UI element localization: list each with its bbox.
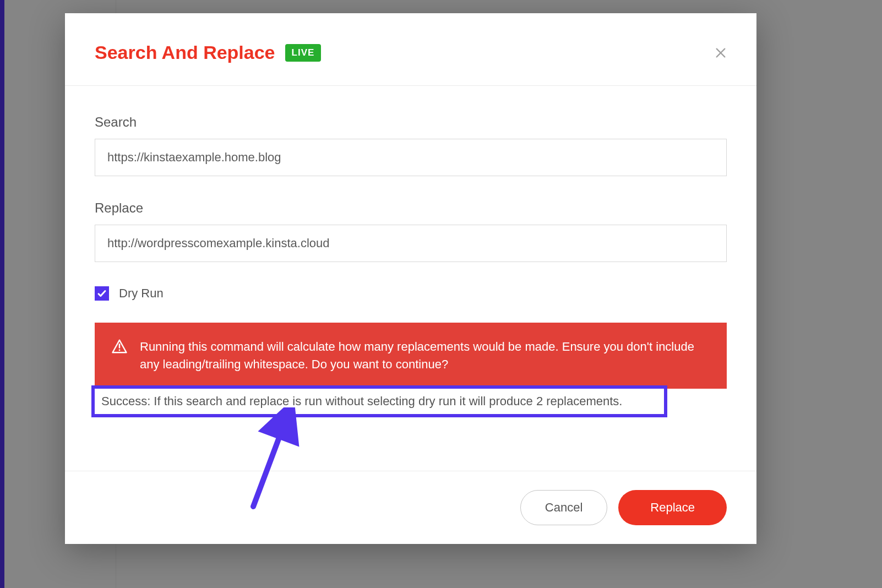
modal-title-wrap: Search And Replace LIVE xyxy=(95,42,321,63)
cancel-button[interactable]: Cancel xyxy=(520,490,607,525)
search-field-block: Search xyxy=(95,115,727,176)
modal-header: Search And Replace LIVE xyxy=(65,13,756,86)
replace-input[interactable] xyxy=(95,225,727,262)
close-icon[interactable] xyxy=(715,47,727,59)
live-badge: LIVE xyxy=(285,44,322,62)
search-input[interactable] xyxy=(95,139,727,176)
dry-run-row: Dry Run xyxy=(95,286,727,301)
search-replace-modal: Search And Replace LIVE Search Replace D… xyxy=(65,13,756,544)
replace-label: Replace xyxy=(95,200,727,216)
modal-footer: Cancel Replace xyxy=(65,471,756,544)
warning-text: Running this command will calculate how … xyxy=(140,338,710,373)
replace-button[interactable]: Replace xyxy=(618,490,727,525)
replace-field-block: Replace xyxy=(95,200,727,262)
success-message: Success: If this search and replace is r… xyxy=(91,385,667,417)
search-label: Search xyxy=(95,115,727,130)
dry-run-checkbox[interactable] xyxy=(95,286,109,301)
warning-alert: Running this command will calculate how … xyxy=(95,323,727,389)
modal-body: Search Replace Dry Run Runn xyxy=(65,86,756,471)
svg-point-3 xyxy=(119,350,121,351)
modal-title: Search And Replace xyxy=(95,42,275,63)
dry-run-label: Dry Run xyxy=(119,286,164,301)
warning-icon xyxy=(111,338,128,357)
